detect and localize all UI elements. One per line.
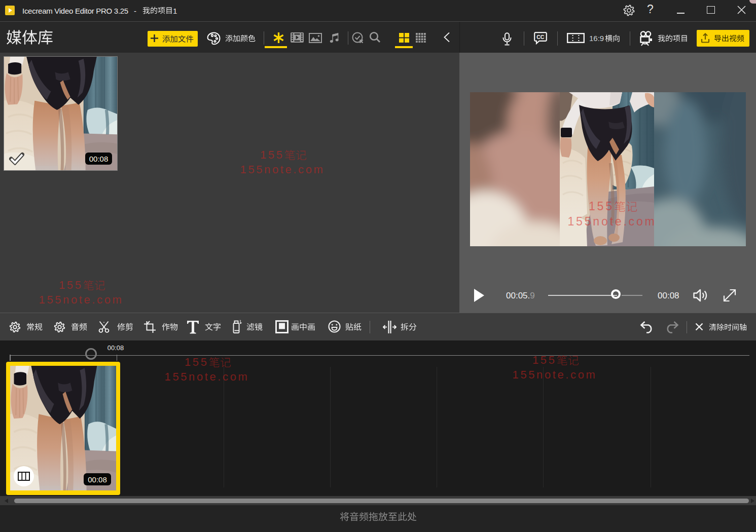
svg-text:CC: CC xyxy=(536,34,545,40)
